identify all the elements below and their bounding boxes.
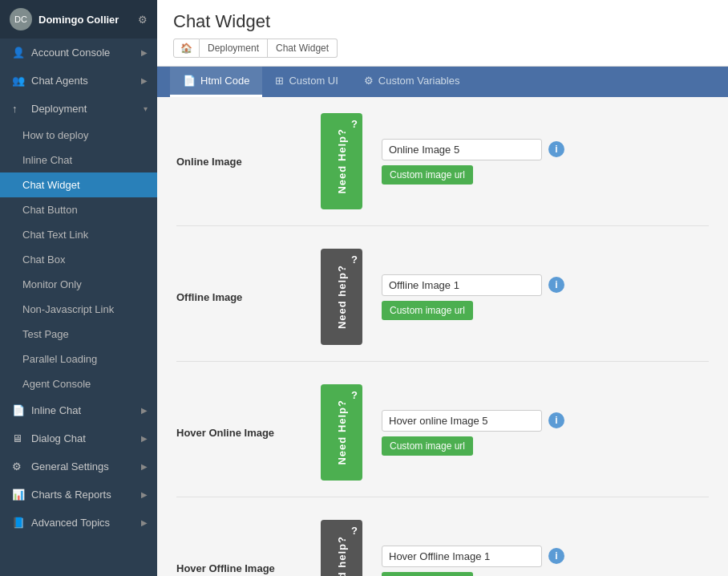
hover-online-image-info-icon[interactable]: i: [548, 412, 564, 428]
online-image-label: Online Image: [176, 156, 321, 168]
layout-icon: ⊞: [275, 75, 284, 87]
hover-online-image-label: Hover Online Image: [176, 427, 321, 439]
hover-online-image-input[interactable]: [382, 410, 542, 432]
settings-icon: ⚙: [12, 460, 25, 473]
agents-icon: 👥: [12, 75, 25, 87]
online-image-preview: ? Need Help?: [321, 113, 362, 209]
chart-icon: 📊: [12, 489, 25, 501]
html-code-icon: 📄: [183, 75, 196, 87]
chevron-right-icon: ▶: [141, 48, 148, 57]
breadcrumb-chat-widget[interactable]: Chat Widget: [268, 39, 338, 58]
sidebar: DC Domingo Collier ⚙ 👤 Account Console ▶…: [0, 0, 157, 576]
account-icon: 👤: [12, 47, 25, 59]
sidebar-sub-agent-console[interactable]: Agent Console: [0, 371, 157, 396]
sidebar-item-account-console[interactable]: 👤 Account Console ▶: [0, 39, 157, 67]
sidebar-user-row: DC Domingo Collier ⚙: [0, 0, 157, 39]
offline-image-custom-url-button[interactable]: Custom image url: [382, 301, 473, 320]
chevron-right-icon: ▶: [141, 490, 148, 499]
sidebar-sub-parallel-loading[interactable]: Parallel Loading: [0, 347, 157, 371]
online-image-row: Online Image ? Need Help? i Custom image…: [176, 113, 709, 226]
online-image-input-row: i: [382, 139, 564, 160]
hover-offline-image-preview: ? Need help?: [321, 520, 362, 576]
breadcrumb-home[interactable]: 🏠: [173, 39, 200, 58]
chevron-right-icon: ▶: [141, 462, 148, 471]
chevron-right-icon: ▶: [141, 76, 148, 85]
sidebar-item-inline-chat[interactable]: 📄 Inline Chat ▶: [0, 396, 157, 424]
sidebar-item-charts-reports[interactable]: 📊 Charts & Reports ▶: [0, 481, 157, 509]
tab-html-code[interactable]: 📄 Html Code: [170, 67, 262, 97]
sidebar-sub-non-javascript[interactable]: Non-Javascript Link: [0, 297, 157, 322]
online-image-input[interactable]: [382, 139, 542, 160]
sidebar-sub-inline-chat[interactable]: Inline Chat: [0, 148, 157, 172]
hover-online-image-input-row: i: [382, 410, 564, 432]
sidebar-item-dialog-chat[interactable]: 🖥 Dialog Chat ▶: [0, 424, 157, 452]
sidebar-sub-chat-widget[interactable]: Chat Widget: [0, 172, 157, 197]
sidebar-sub-how-to-deploy[interactable]: How to deploy: [0, 123, 157, 148]
hover-online-image-custom-url-button[interactable]: Custom image url: [382, 436, 473, 456]
hover-offline-image-row: Hover Offline Image ? Need help? i Custo…: [176, 520, 709, 576]
content-area: Online Image ? Need Help? i Custom image…: [157, 97, 728, 576]
sidebar-item-deployment[interactable]: ↑ Deployment ▾: [0, 95, 157, 123]
sidebar-username: Domingo Collier: [38, 14, 138, 26]
chevron-down-icon: ▾: [144, 104, 148, 113]
sidebar-item-general-settings[interactable]: ⚙ General Settings ▶: [0, 452, 157, 481]
hover-offline-image-input-row: i: [382, 546, 564, 567]
gear-icon[interactable]: ⚙: [138, 14, 148, 26]
page-title: Chat Widget: [173, 11, 712, 32]
sidebar-item-chat-agents[interactable]: 👥 Chat Agents ▶: [0, 67, 157, 95]
offline-image-controls: i Custom image url: [382, 274, 564, 320]
hover-online-image-row: Hover Online Image ? Need Help? i Custom…: [176, 384, 709, 497]
tab-custom-ui[interactable]: ⊞ Custom UI: [262, 67, 350, 97]
dialog-chat-icon: 🖥: [12, 432, 25, 444]
sidebar-sub-chat-box[interactable]: Chat Box: [0, 247, 157, 272]
offline-image-input-row: i: [382, 274, 564, 296]
hover-online-image-preview: ? Need Help?: [321, 384, 362, 481]
hover-online-widget-text: Need Help?: [336, 400, 348, 465]
question-mark-icon: ?: [351, 118, 358, 130]
hover-offline-image-controls: i Custom image url: [382, 546, 564, 577]
avatar: DC: [10, 8, 32, 30]
online-image-custom-url-button[interactable]: Custom image url: [382, 165, 473, 185]
breadcrumb: 🏠 Deployment Chat Widget: [173, 39, 712, 58]
offline-widget-text: Need help?: [336, 265, 348, 329]
sidebar-sub-test-page[interactable]: Test Page: [0, 322, 157, 347]
deployment-icon: ↑: [12, 103, 25, 115]
tabs-bar: 📄 Html Code ⊞ Custom UI ⚙ Custom Variabl…: [157, 67, 728, 97]
variables-gear-icon: ⚙: [364, 75, 374, 87]
offline-image-input[interactable]: [382, 274, 542, 296]
chevron-right-icon: ▶: [141, 434, 148, 443]
book-icon: 📘: [12, 517, 25, 529]
sidebar-sub-chat-text-link[interactable]: Chat Text Link: [0, 222, 157, 247]
offline-image-row: Offline Image ? Need help? i Custom imag…: [176, 249, 709, 362]
offline-image-info-icon[interactable]: i: [548, 277, 564, 293]
tab-custom-variables[interactable]: ⚙ Custom Variables: [351, 67, 473, 97]
chevron-right-icon: ▶: [141, 518, 148, 527]
offline-image-preview: ? Need help?: [321, 249, 362, 345]
page-header: Chat Widget 🏠 Deployment Chat Widget: [157, 0, 728, 67]
chevron-right-icon: ▶: [141, 406, 148, 415]
hover-offline-image-input[interactable]: [382, 546, 542, 567]
question-mark-icon: ?: [351, 525, 358, 537]
online-image-info-icon[interactable]: i: [548, 141, 564, 157]
online-image-controls: i Custom image url: [382, 139, 564, 185]
question-mark-icon: ?: [351, 254, 358, 266]
hover-online-image-controls: i Custom image url: [382, 410, 564, 456]
question-mark-icon: ?: [351, 389, 358, 401]
hover-offline-widget-text: Need help?: [336, 536, 348, 576]
offline-image-label: Offline Image: [176, 291, 321, 303]
hover-offline-image-info-icon[interactable]: i: [548, 548, 564, 564]
hover-offline-image-label: Hover Offline Image: [176, 562, 321, 574]
inline-chat-icon: 📄: [12, 404, 25, 416]
sidebar-sub-monitor-only[interactable]: Monitor Only: [0, 272, 157, 297]
sidebar-sub-chat-button[interactable]: Chat Button: [0, 197, 157, 222]
breadcrumb-deployment[interactable]: Deployment: [200, 39, 268, 58]
hover-offline-image-custom-url-button[interactable]: Custom image url: [382, 572, 473, 577]
sidebar-item-advanced-topics[interactable]: 📘 Advanced Topics ▶: [0, 509, 157, 537]
main-content: Chat Widget 🏠 Deployment Chat Widget 📄 H…: [157, 0, 728, 576]
online-widget-text: Need Help?: [336, 128, 348, 194]
